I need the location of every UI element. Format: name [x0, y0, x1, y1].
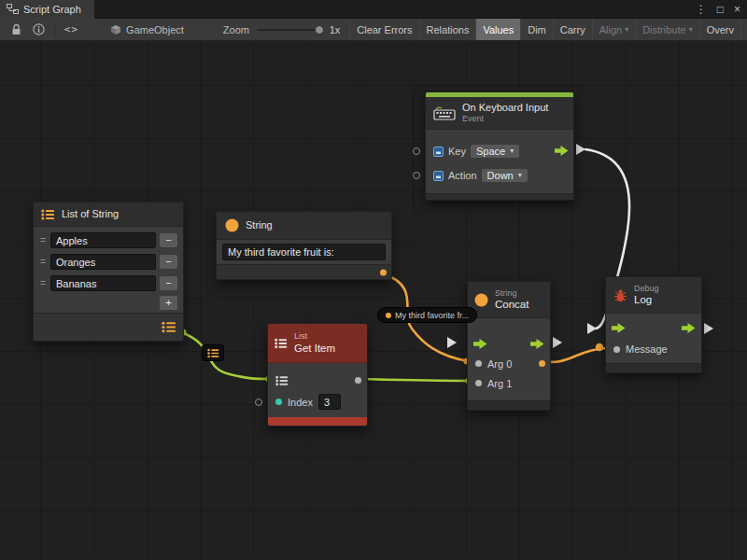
arg0-input-port[interactable]	[475, 360, 482, 367]
tab-script-graph[interactable]: Script Graph	[0, 0, 94, 19]
drag-handle-icon[interactable]: =	[39, 278, 47, 288]
message-input-port[interactable]	[613, 346, 620, 353]
align-button[interactable]: Align ▾	[592, 19, 635, 41]
on-keyboard-input-node[interactable]: On Keyboard Input Event Key Space ▾	[425, 91, 574, 201]
list-item-row: = Apples −	[39, 231, 177, 250]
string-literal-node[interactable]: String My third favorite fruit is:	[216, 211, 392, 280]
get-item-footer	[268, 417, 367, 426]
arg1-label: Arg 1	[487, 378, 512, 389]
flow-cap-keyboard-exit	[576, 144, 585, 155]
add-item-field[interactable]: −	[160, 276, 177, 290]
action-label: Action	[448, 170, 477, 181]
node-footer	[468, 400, 550, 410]
index-input-port[interactable]	[255, 399, 262, 406]
list-output-port[interactable]	[162, 321, 176, 333]
result-output-port[interactable]	[539, 360, 545, 367]
concat-node[interactable]: String Concat Arg 0 Arg 1	[467, 281, 551, 411]
flow-enter-port[interactable]	[473, 336, 487, 353]
log-node[interactable]: Debug Log Message	[605, 276, 702, 373]
flow-enter-port[interactable]	[612, 323, 626, 335]
node-title: Concat	[495, 298, 529, 311]
node-category: Debug	[634, 284, 659, 293]
drag-handle-icon[interactable]: =	[39, 235, 47, 245]
list-icon	[207, 348, 219, 358]
string-value-field[interactable]: My third favorite fruit is:	[222, 244, 386, 260]
clear-errors-button[interactable]: Clear Errors	[349, 19, 418, 41]
action-dropdown[interactable]: Down ▾	[482, 169, 528, 182]
gameobject-icon	[110, 24, 121, 35]
zoom-label: Zoom	[223, 24, 249, 35]
flow-exit-port[interactable]	[682, 323, 696, 335]
action-input-port[interactable]	[413, 172, 420, 179]
arg0-row: Arg 0	[468, 354, 550, 373]
remove-item-button[interactable]: −	[160, 255, 177, 269]
carry-button[interactable]: Carry	[553, 19, 592, 41]
keyboard-node-header[interactable]: On Keyboard Input Event	[426, 97, 573, 130]
wire-value-text: My third favorite fr...	[395, 311, 469, 320]
log-flow-row	[606, 318, 701, 339]
lock-icon[interactable]	[6, 19, 27, 41]
flow-cap-concat-exit	[553, 337, 562, 348]
node-category: String	[495, 288, 529, 298]
item-output-port[interactable]	[355, 377, 361, 384]
info-icon[interactable]	[27, 19, 50, 41]
flow-cap-log-exit	[704, 323, 713, 334]
window-close-icon[interactable]: ×	[734, 0, 740, 19]
window-titlebar: Script Graph ⋮ □ ×	[0, 0, 747, 19]
index-label: Index	[288, 397, 313, 408]
list-node-header[interactable]: List of String	[34, 203, 183, 227]
concat-flow-row	[468, 334, 550, 354]
chevron-down-icon: ▾	[689, 26, 693, 34]
values-button[interactable]: Values	[475, 19, 520, 41]
list-input-port[interactable]	[275, 375, 289, 386]
wire-dot	[596, 343, 603, 351]
list-input-row	[268, 370, 367, 391]
code-view-icon[interactable]: <>	[59, 19, 84, 41]
list-item-field[interactable]: Bananas	[50, 275, 156, 291]
dim-button[interactable]: Dim	[520, 19, 553, 41]
zoom-slider-handle[interactable]	[315, 25, 324, 35]
drag-handle-icon[interactable]: =	[39, 257, 47, 267]
node-title: String	[246, 219, 273, 231]
flow-exit-port[interactable]	[530, 336, 544, 353]
flow-exit-port[interactable]	[555, 146, 569, 158]
graph-target[interactable]: GameObject	[110, 24, 184, 35]
overview-button[interactable]: Overv	[699, 19, 741, 41]
get-item-header[interactable]: List Get Item	[268, 324, 367, 363]
node-footer	[606, 363, 701, 372]
wire-value-bubble: My third favorite fr...	[377, 307, 477, 323]
key-dropdown[interactable]: Space ▾	[471, 145, 519, 158]
arg0-label: Arg 0	[487, 358, 512, 370]
remove-item-button[interactable]: −	[160, 233, 177, 247]
add-item-button[interactable]: +	[160, 296, 177, 310]
bug-icon	[613, 288, 627, 302]
index-field[interactable]: 3	[318, 394, 341, 410]
relations-button[interactable]: Relations	[419, 19, 476, 41]
zoom-value: 1x	[330, 24, 341, 35]
string-output-port[interactable]	[380, 269, 387, 275]
log-header[interactable]: Debug Log	[606, 277, 701, 314]
list-item-field[interactable]: Oranges	[50, 254, 156, 270]
graph-canvas[interactable]: On Keyboard Input Event Key Space ▾	[0, 41, 747, 559]
chevron-down-icon: ▾	[510, 147, 514, 155]
list-icon	[275, 338, 288, 349]
window-menu-icon[interactable]: ⋮	[696, 0, 707, 19]
key-input-port[interactable]	[413, 147, 420, 155]
zoom-slider[interactable]	[257, 29, 322, 31]
key-icon	[433, 147, 444, 157]
arg1-input-port[interactable]	[475, 380, 482, 386]
node-subtitle: Event	[462, 114, 548, 124]
list-icon	[41, 209, 55, 220]
window-maximize-icon[interactable]: □	[717, 0, 724, 19]
script-graph-icon	[7, 4, 19, 14]
key-icon	[433, 171, 444, 181]
list-item-field[interactable]: Apples	[50, 232, 156, 248]
concat-header[interactable]: String Concat	[468, 282, 550, 318]
string-value-dot	[386, 313, 391, 318]
distribute-button[interactable]: Distribute ▾	[635, 19, 698, 41]
list-of-string-node[interactable]: List of String = Apples − = Oranges − = …	[33, 202, 184, 342]
get-item-node[interactable]: List Get Item Index 3	[267, 323, 368, 427]
list-item-row: = Oranges −	[39, 252, 177, 272]
string-node-header[interactable]: String	[217, 212, 391, 240]
chevron-down-icon: ▾	[625, 26, 628, 34]
